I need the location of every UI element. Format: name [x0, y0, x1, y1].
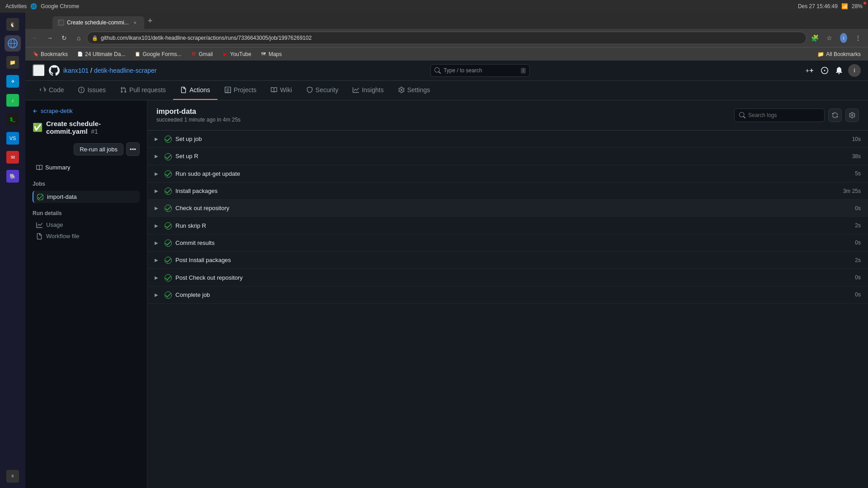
step-name: Post Install packages: [175, 257, 851, 263]
github-page: ikanx101 / detik-headline-scraper Type /…: [25, 61, 868, 488]
tab-issues[interactable]: Issues: [71, 81, 113, 100]
tab-code[interactable]: Code: [33, 81, 71, 100]
bookmark-label: YouTube: [230, 51, 251, 57]
dock-icon-vscode[interactable]: VS: [5, 130, 21, 146]
back-link-label: scrape-detik: [41, 108, 73, 114]
hamburger-menu-button[interactable]: [33, 64, 45, 77]
workflow-title-area: ✅ Create schedule-commit.yaml #1: [33, 120, 140, 135]
back-to-workflow-link[interactable]: scrape-detik: [33, 108, 140, 114]
job-item-import-data[interactable]: import-data: [33, 191, 140, 203]
workflow-file-label: Workflow file: [46, 233, 79, 239]
workflow-file-link[interactable]: Workflow file: [33, 230, 140, 242]
step-row[interactable]: ▶ Commit results 0s: [147, 235, 868, 252]
lock-icon: 🔒: [92, 35, 98, 41]
more-options-button[interactable]: •••: [126, 142, 140, 156]
home-button[interactable]: ⌂: [72, 32, 85, 44]
summary-link[interactable]: Summary: [33, 161, 140, 174]
breadcrumb-repo[interactable]: detik-headline-scraper: [94, 67, 157, 74]
run-details-label: Run details: [33, 210, 140, 216]
search-logs-field[interactable]: [748, 112, 820, 118]
dock-icon-grid[interactable]: ⠿: [5, 468, 21, 484]
github-header: ikanx101 / detik-headline-scraper Type /…: [25, 61, 868, 81]
dock-icon-files[interactable]: 📁: [5, 54, 21, 70]
address-bar[interactable]: 🔒: [87, 32, 807, 44]
dock-icon-browser[interactable]: [5, 35, 21, 52]
breadcrumb-user[interactable]: ikanx101: [63, 67, 89, 74]
tab-actions-label: Actions: [189, 86, 210, 94]
refresh-logs-button[interactable]: [828, 108, 842, 122]
bookmark-maps[interactable]: 🗺 Maps: [257, 50, 285, 58]
dock-icon-email[interactable]: ✉: [5, 149, 21, 165]
back-button[interactable]: ←: [29, 32, 42, 44]
bookmark-24ultimate[interactable]: 📄 24 Ultimate Da...: [73, 50, 129, 58]
tab-settings[interactable]: Settings: [391, 81, 438, 100]
bookmark-googleforms[interactable]: 📋 Google Forms...: [131, 50, 185, 58]
settings-logs-button[interactable]: [845, 108, 859, 122]
step-row[interactable]: ▶ Complete job 0s: [147, 286, 868, 304]
step-row[interactable]: ▶ Post Check out repository 0s: [147, 269, 868, 286]
dock-icon-music[interactable]: ♪: [5, 92, 21, 108]
wifi-icon: 📶: [841, 3, 848, 9]
bookmark-button[interactable]: ☆: [823, 32, 835, 44]
step-name: Post Check out repository: [175, 274, 851, 281]
issue-button[interactable]: [819, 65, 830, 76]
step-row[interactable]: ▶ Run sudo apt-get update 5s: [147, 165, 868, 183]
notifications-button[interactable]: [834, 65, 844, 76]
forward-button[interactable]: →: [43, 32, 56, 44]
step-name: Set up job: [175, 136, 849, 142]
activities-label[interactable]: Activities: [5, 3, 27, 9]
svg-point-8: [165, 170, 172, 177]
tab-actions[interactable]: Actions: [173, 81, 217, 100]
github-search[interactable]: Type / to search /: [430, 64, 530, 77]
tab-wiki[interactable]: Wiki: [264, 81, 299, 100]
tab-settings-label: Settings: [407, 86, 430, 94]
step-row[interactable]: ▶ Set up job 10s: [147, 131, 868, 148]
step-chevron-icon: ▶: [155, 258, 161, 263]
all-bookmarks-button[interactable]: 📁 All Bookmarks: [814, 50, 864, 58]
bookmark-bookmarks[interactable]: 🔖 Bookmarks: [29, 50, 71, 58]
svg-point-7: [165, 153, 172, 160]
search-logs-input[interactable]: [734, 108, 825, 122]
svg-point-12: [165, 240, 172, 247]
step-time: 2s: [855, 257, 861, 263]
step-status-icon: [165, 291, 172, 299]
github-search-placeholder: Type / to search: [443, 67, 482, 74]
rerun-all-jobs-button[interactable]: Re-run all jobs: [74, 143, 123, 155]
reload-button[interactable]: ↻: [58, 32, 71, 44]
extensions-button[interactable]: 🧩: [808, 32, 821, 44]
browser-tab-active[interactable]: ⬛ Create schedule-commi... ×: [52, 16, 144, 29]
dock-icon-system[interactable]: 🐧: [5, 16, 21, 33]
dock-icon-terminal[interactable]: $_: [5, 111, 21, 127]
user-avatar[interactable]: i: [848, 64, 861, 77]
url-input[interactable]: [101, 35, 802, 41]
plus-button[interactable]: +: [804, 65, 816, 76]
bookmark-youtube[interactable]: ▶ YouTube: [218, 50, 255, 58]
step-row[interactable]: ▶ Run skrip R 2s: [147, 217, 868, 234]
step-status-icon: [165, 221, 172, 229]
dock-icon-chat[interactable]: ✈: [5, 73, 21, 89]
tab-pulls-label: Pull requests: [129, 86, 166, 94]
step-row[interactable]: ▶ Set up R 38s: [147, 148, 868, 165]
tab-pulls[interactable]: Pull requests: [113, 81, 173, 100]
menu-button[interactable]: ⋮: [852, 32, 864, 44]
bookmark-gmail[interactable]: M Gmail: [187, 50, 216, 58]
tab-insights[interactable]: Insights: [345, 81, 391, 100]
step-row[interactable]: ▶ Install packages 3m 25s: [147, 183, 868, 200]
usage-link[interactable]: Usage: [33, 219, 140, 230]
tab-projects[interactable]: Projects: [217, 81, 264, 100]
profile-button[interactable]: i: [837, 32, 850, 44]
dock-icon-mastodon[interactable]: 🐘: [5, 168, 21, 184]
svg-point-11: [165, 222, 172, 229]
step-status-icon: [165, 152, 172, 160]
tab-security[interactable]: Security: [299, 81, 346, 100]
step-time: 10s: [852, 136, 861, 142]
step-row[interactable]: ▶ Post Install packages 2s: [147, 252, 868, 269]
jobs-section-label: Jobs: [33, 181, 140, 187]
svg-rect-5: [35, 72, 42, 73]
step-row[interactable]: ▶ Check out repository 0s: [147, 200, 868, 217]
bookmark-icon: ▶: [222, 51, 228, 57]
tab-close-button[interactable]: ×: [132, 19, 139, 26]
step-name: Run sudo apt-get update: [175, 170, 851, 177]
step-status-icon: [165, 256, 172, 264]
new-tab-button[interactable]: +: [144, 14, 156, 28]
